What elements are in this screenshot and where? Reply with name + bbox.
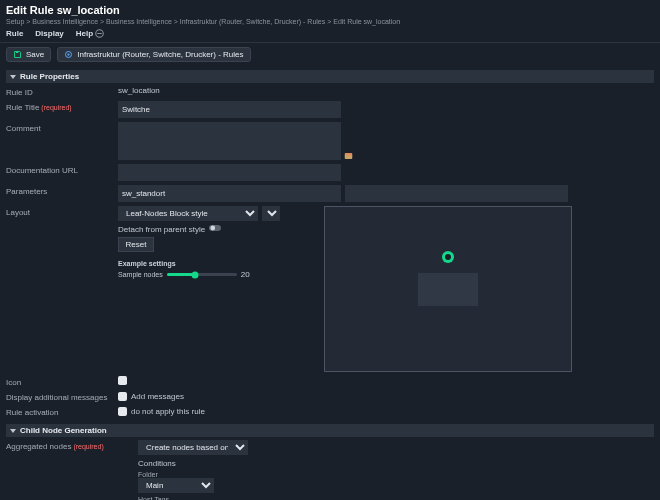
save-button[interactable]: Save — [6, 47, 51, 62]
tab-help[interactable]: Help — [76, 29, 104, 38]
layout-style-extra-select[interactable] — [262, 206, 280, 221]
detach-toggle[interactable] — [209, 224, 221, 234]
aggregation-icon — [64, 50, 73, 59]
label-host-tags: Host Tags — [138, 496, 654, 500]
do-not-apply-checkbox[interactable] — [118, 407, 127, 416]
detach-label: Detach from parent style — [118, 225, 205, 234]
sample-nodes-slider[interactable] — [167, 273, 237, 276]
label-folder: Folder — [138, 471, 654, 478]
save-icon — [13, 50, 22, 59]
breadcrumb: Setup > Business Intelligence > Business… — [6, 18, 654, 25]
layout-style-select[interactable]: Leaf-Nodes Block style — [118, 206, 258, 221]
tab-display[interactable]: Display — [35, 29, 63, 38]
tab-rule[interactable]: Rule — [6, 29, 23, 38]
reset-button[interactable]: Reset — [118, 237, 154, 252]
layout-preview-canvas — [324, 206, 572, 372]
example-settings-heading: Example settings — [118, 260, 318, 267]
preview-leaf-block — [418, 273, 478, 306]
add-messages-checkbox[interactable] — [118, 392, 127, 401]
label-rule-title: Rule Title(required) — [6, 101, 114, 118]
help-toggle-icon — [95, 29, 104, 38]
comment-input[interactable] — [118, 122, 341, 160]
parameters-input-2[interactable] — [345, 185, 568, 202]
page-title: Edit Rule sw_location — [6, 4, 654, 16]
preview-root-node — [442, 251, 454, 263]
label-comment: Comment — [6, 122, 114, 160]
label-icon: Icon — [6, 376, 114, 387]
svg-point-8 — [211, 226, 216, 231]
label-display-messages: Display additional messages — [6, 391, 114, 402]
folder-select[interactable]: Main — [138, 478, 214, 493]
value-rule-id: sw_location — [118, 86, 654, 97]
conditions-heading: Conditions — [138, 459, 654, 468]
doc-url-input[interactable] — [118, 164, 341, 181]
section-rule-properties[interactable]: Rule Properties — [6, 70, 654, 83]
menu-tabs: Rule Display Help — [0, 25, 660, 43]
chevron-down-icon — [10, 429, 16, 433]
svg-rect-9 — [118, 376, 127, 385]
parameters-input[interactable] — [118, 185, 341, 202]
icon-picker[interactable] — [118, 376, 127, 385]
label-layout: Layout — [6, 206, 114, 372]
label-aggregated-nodes: Aggregated nodes(required) — [6, 440, 134, 500]
svg-rect-2 — [16, 52, 18, 54]
label-rule-id: Rule ID — [6, 86, 114, 97]
timestamp-icon[interactable] — [344, 151, 353, 160]
svg-point-4 — [68, 53, 70, 55]
label-parameters: Parameters — [6, 185, 114, 202]
rule-pack-button[interactable]: Infrastruktur (Router, Switche, Drucker)… — [57, 47, 250, 62]
agg-mode-select[interactable]: Create nodes based on a host search — [138, 440, 248, 455]
sample-nodes-label: Sample nodes — [118, 271, 163, 278]
chevron-down-icon — [10, 75, 16, 79]
sample-nodes-value: 20 — [241, 270, 250, 279]
toolbar: Save Infrastruktur (Router, Switche, Dru… — [0, 43, 660, 66]
label-doc-url: Documentation URL — [6, 164, 114, 181]
svg-rect-6 — [345, 153, 353, 155]
section-child-node-gen[interactable]: Child Node Generation — [6, 424, 654, 437]
rule-title-input[interactable] — [118, 101, 341, 118]
label-rule-activation: Rule activation — [6, 406, 114, 417]
